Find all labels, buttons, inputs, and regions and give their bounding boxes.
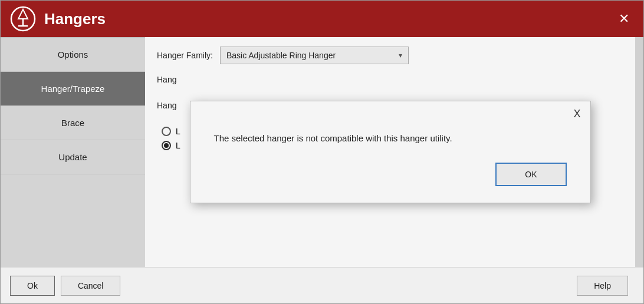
main-window: Hangers ✕ Options Hanger/Trapeze Brace U… <box>0 0 644 304</box>
bottom-bar: Ok Cancel Help <box>1 267 643 303</box>
sidebar-item-hanger-trapeze[interactable]: Hanger/Trapeze <box>1 72 145 106</box>
help-button[interactable]: Help <box>577 276 628 296</box>
svg-marker-1 <box>18 9 28 19</box>
sidebar-item-brace[interactable]: Brace <box>1 106 145 140</box>
modal-footer: OK <box>190 163 590 203</box>
cancel-button[interactable]: Cancel <box>61 276 121 296</box>
sidebar: Options Hanger/Trapeze Brace Update <box>1 37 145 267</box>
sidebar-item-options[interactable]: Options <box>1 37 145 72</box>
ok-button[interactable]: Ok <box>10 276 55 296</box>
modal-ok-button[interactable]: OK <box>495 163 566 186</box>
title-bar: Hangers ✕ <box>1 1 643 37</box>
scrollbar[interactable] <box>635 37 643 267</box>
content-area: Options Hanger/Trapeze Brace Update Hang… <box>1 37 643 267</box>
modal-dialog: X The selected hanger is not compatible … <box>190 101 591 204</box>
window-title: Hangers <box>44 10 614 28</box>
main-panel: Hanger Family: Basic Adjustable Ring Han… <box>145 37 643 267</box>
sidebar-item-update[interactable]: Update <box>1 140 145 174</box>
window-close-button[interactable]: ✕ <box>614 10 634 28</box>
app-icon <box>10 6 36 32</box>
modal-message: The selected hanger is not compatible wi… <box>190 123 590 163</box>
modal-close-button[interactable]: X <box>571 107 583 120</box>
modal-overlay: X The selected hanger is not compatible … <box>145 37 635 267</box>
modal-header: X <box>190 101 590 123</box>
